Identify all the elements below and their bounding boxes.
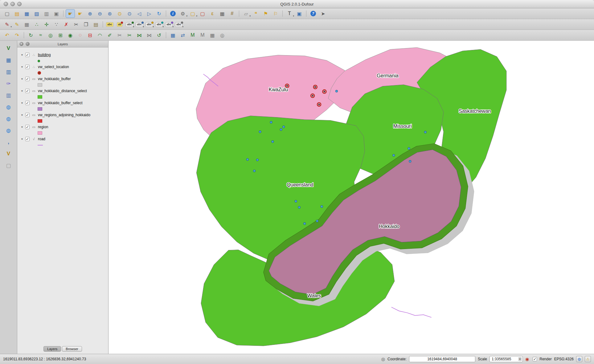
undo-button[interactable]: ↶ (2, 31, 12, 39)
mouse-position-toggle-icon[interactable]: ◎ (381, 357, 385, 362)
expand-arrow-icon[interactable]: ▼ (20, 126, 24, 129)
map-svg[interactable]: KwaZuluGermaniaSaskatchewanMissouriQueen… (109, 41, 594, 354)
labeling-button[interactable]: abc (105, 20, 114, 29)
copy-features-button[interactable]: ❐ (81, 20, 91, 29)
layer-visibility-checkbox[interactable]: ✓ (25, 125, 30, 129)
expand-arrow-icon[interactable]: ▼ (20, 138, 24, 141)
select-by-expression-button[interactable]: ε (208, 9, 217, 18)
panel-tab-browser[interactable]: Browser (62, 346, 82, 352)
add-part-button[interactable]: ⊞ (56, 31, 65, 39)
crs-status-button[interactable]: ◍ (576, 356, 582, 362)
simplify-feature-button[interactable]: ≈ (36, 31, 45, 39)
layer-visibility-checkbox[interactable]: ✓ (25, 113, 30, 117)
label-move-button[interactable]: abc▾ (145, 20, 154, 29)
current-edits-button[interactable]: ✎▾ (2, 20, 12, 29)
layer-visibility-checkbox[interactable]: ✓ (25, 137, 30, 141)
delete-part-button[interactable]: ⊟ (85, 31, 95, 39)
expand-arrow-icon[interactable]: ▼ (20, 78, 24, 80)
layer-visibility-checkbox[interactable]: ✓ (25, 53, 30, 57)
cut-features-button[interactable]: ✂ (72, 20, 81, 29)
layer-item-region[interactable]: ▼✓▭region (20, 123, 108, 131)
log-messages-button[interactable]: ⚠ (585, 356, 591, 362)
map-canvas[interactable]: KwaZuluGermaniaSaskatchewanMissouriQueen… (109, 41, 594, 354)
new-project-button[interactable]: ▢ (2, 9, 12, 18)
save-project-button[interactable]: ▦ (22, 9, 31, 18)
offline-editing-convert-button[interactable]: ▦ (168, 31, 178, 39)
add-ring-button[interactable]: ◎ (46, 31, 55, 39)
delete-ring-button[interactable]: ◌ (76, 31, 85, 39)
move-feature-button[interactable]: ✢ (42, 20, 51, 29)
layer-item-vw_hokkaido_distance_select[interactable]: ▼✓▭vw_hokkaido_distance_select (20, 87, 108, 95)
label-properties-button[interactable]: abc▾ (174, 20, 183, 29)
stop-render-icon[interactable]: ◉ (525, 357, 529, 362)
add-mssql-layer-button[interactable]: ▥ (3, 91, 14, 100)
add-wcs-layer-button[interactable]: ◍ (3, 114, 14, 123)
add-wfs-layer-button[interactable]: ◍ (3, 126, 14, 135)
layer-item-vw_select_location[interactable]: ▼✓∴vw_select_location (20, 63, 108, 71)
render-checkbox[interactable]: ✓ (533, 357, 537, 361)
node-tool-button[interactable]: ∵ (52, 20, 61, 29)
label-pin-button[interactable]: abc▾ (125, 20, 134, 29)
merge-attributes-button[interactable]: ⋈ (145, 31, 154, 39)
map-tiles-plugin-button[interactable]: M (198, 31, 207, 39)
close-window-button[interactable] (4, 2, 8, 6)
layer-visibility-checkbox[interactable]: ✓ (25, 65, 30, 69)
label-show-hide-button[interactable]: abc▾ (135, 20, 144, 29)
zoom-in-button[interactable]: ⊕ (85, 9, 95, 18)
paste-features-button[interactable]: ▤ (91, 20, 100, 29)
layer-item-road[interactable]: ▼✓√road (20, 135, 108, 143)
rotate-feature-button[interactable]: ↻ (26, 31, 35, 39)
offset-curve-button[interactable]: ◠ (95, 31, 104, 39)
zoom-out-button[interactable]: ⊖ (95, 9, 104, 18)
deselect-features-button[interactable]: ▢ (198, 9, 207, 18)
label-rotate-button[interactable]: abc▾ (154, 20, 164, 29)
add-feature-button[interactable]: ∴ (32, 20, 41, 29)
new-bookmark-button[interactable]: ⚑ (261, 9, 270, 18)
open-project-button[interactable]: ▤ (12, 9, 22, 18)
minimize-window-button[interactable] (10, 2, 15, 6)
plugin-locator-tool-button[interactable]: ◎ (218, 31, 227, 39)
run-feature-action-button[interactable]: ⚙▾ (178, 9, 187, 18)
zoom-next-button[interactable]: ▷ (145, 9, 154, 18)
refresh-map-button[interactable]: ↻ (154, 9, 164, 18)
coordinate-input[interactable] (409, 356, 475, 362)
expand-arrow-icon[interactable]: ▼ (20, 54, 24, 56)
panel-tab-layers[interactable]: Layers (43, 346, 61, 352)
save-project-as-button[interactable]: ▧ (32, 9, 41, 18)
new-shapefile-layer-button[interactable]: V (3, 149, 14, 158)
merge-features-button[interactable]: ⋈ (135, 31, 144, 39)
plugin-grid-tool-button[interactable]: ▦ (208, 31, 217, 39)
add-raster-layer-button[interactable]: ▦ (3, 55, 14, 65)
pan-map-button[interactable]: ☛ (66, 9, 75, 18)
pan-to-selection-button[interactable]: ☛ (76, 9, 85, 18)
delete-selected-button[interactable]: ✗ (62, 20, 71, 29)
metasearch-button[interactable]: M (188, 31, 197, 39)
add-postgis-layer-button[interactable]: ▥ (3, 67, 14, 76)
select-features-button[interactable]: ▢▾ (188, 9, 197, 18)
zoom-full-button[interactable]: ⊛ (105, 9, 114, 18)
zoom-window-button[interactable] (17, 2, 22, 6)
identify-features-button[interactable]: i (168, 9, 178, 18)
layer-visibility-checkbox[interactable]: ✓ (25, 101, 30, 105)
expand-arrow-icon[interactable]: ▼ (20, 114, 24, 117)
layer-item-building[interactable]: ▼✓∴building (20, 51, 108, 59)
save-layer-edits-button[interactable]: ▦ (22, 20, 31, 29)
layer-item-vw_hokkaido_buffer_select[interactable]: ▼✓▭vw_hokkaido_buffer_select (20, 99, 108, 107)
expand-arrow-icon[interactable]: ▼ (20, 66, 24, 68)
split-features-button[interactable]: ✂ (125, 31, 134, 39)
toggle-editing-button[interactable]: ✎ (12, 20, 22, 29)
scale-combo[interactable]: 1:33565585 ▾ (490, 356, 523, 362)
show-bookmarks-button[interactable]: ⚐ (271, 9, 280, 18)
expand-arrow-icon[interactable]: ▼ (20, 90, 24, 92)
new-print-composer-button[interactable]: ▥ (42, 9, 51, 18)
offline-editing-sync-button[interactable]: ⇄ (178, 31, 187, 39)
label-selected-button[interactable]: ab (115, 20, 124, 29)
panel-float-button[interactable]: ◦ (26, 42, 30, 46)
add-spatialite-layer-button[interactable]: ✑ (3, 79, 14, 88)
whats-this-button[interactable]: ➤ (318, 9, 328, 18)
field-calculator-button[interactable]: # (227, 9, 237, 18)
layer-visibility-checkbox[interactable]: ✓ (25, 77, 30, 81)
expand-arrow-icon[interactable]: ▼ (20, 102, 24, 104)
split-parts-button[interactable]: ✂ (115, 31, 124, 39)
zoom-to-selection-button[interactable]: ⊙ (115, 9, 124, 18)
